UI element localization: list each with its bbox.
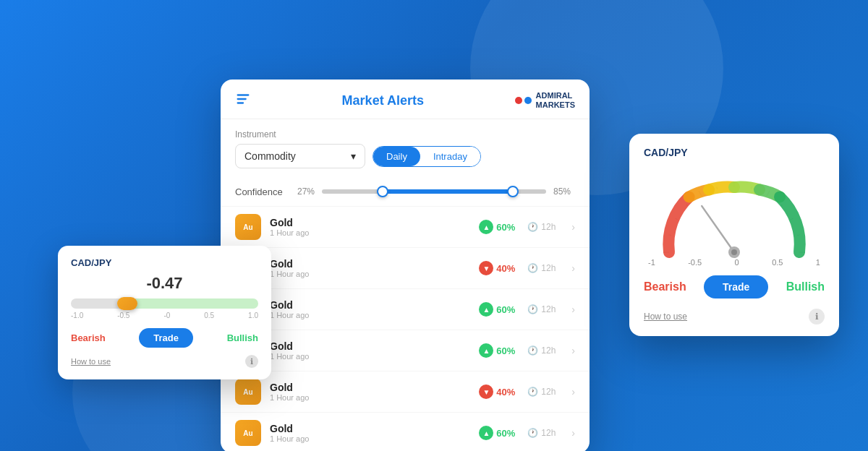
asset-badge: Au [235,420,261,446]
bearish-label: Bearish [71,332,106,343]
instrument-label: Instrument [235,129,575,139]
logo-dot-blue [524,97,532,104]
list-item[interactable]: Au Gold 1 Hour ago ▲ 60% 🕐 12h › [221,288,590,330]
gauge-center-inner [731,249,737,255]
asset-name: Gold [270,258,470,270]
clock-icon: 🕐 [527,387,538,397]
mini-gauge-thumb [117,297,137,310]
mini-gauge-bar [71,298,258,309]
confidence-slider[interactable] [322,184,546,199]
small-card-value: -0.47 [71,274,258,293]
gauge-container [644,166,825,259]
large-card-title: CAD/JPY [644,147,825,158]
time-badge: 🕐 12h [527,345,560,356]
signal-badge-down: ▼ 40% [479,261,519,275]
chevron-right-icon: › [571,221,575,233]
mini-scale: -1.0 -0.5 -0 0.5 1.0 [71,312,258,319]
small-card-title: CAD/JPY [71,257,258,268]
signal-icon-up: ▲ [479,302,493,317]
asset-name: Gold [270,423,470,434]
trade-button[interactable]: Trade [139,328,193,348]
asset-info: Gold 1 Hour ago [270,382,470,402]
logo-dot-red [515,97,522,104]
signal-badge-up: ▲ 60% [479,343,519,358]
list-item[interactable]: Au Gold 1 Hour ago ▼ 40% 🕐 12h › [221,247,590,288]
signal-badge-up: ▲ 60% [479,220,519,234]
market-alerts-panel: Market Alerts ADMIRAL MARKETS Instrument… [221,80,590,451]
scale-label: 1.0 [248,312,258,319]
clock-icon: 🕐 [527,345,538,356]
instrument-value: Commodity [244,150,296,162]
signal-icon-up: ▲ [479,343,493,358]
confidence-row: Confidence 27% 85% [235,184,575,199]
clock-icon: 🕐 [527,263,538,273]
how-to-use-link[interactable]: How to use [71,357,111,366]
confidence-label: Confidence [235,186,286,197]
signal-icon-down: ▼ [479,385,493,399]
info-button-lg[interactable]: ℹ [809,309,825,325]
slider-thumb-right[interactable] [507,186,519,197]
signal-icon-down: ▼ [479,261,493,275]
clock-icon: 🕐 [527,304,538,314]
chevron-right-icon: › [571,345,575,356]
asset-name: Gold [270,382,470,393]
large-cad-jpy-card: CAD/JPY [629,134,839,336]
gauge-needle [702,206,734,252]
panel-controls: Instrument Commodity ▾ Daily Intraday [221,119,590,184]
list-item[interactable]: Au Gold 1 Hour ago ▲ 60% 🕐 12h › [221,330,590,371]
asset-badge: Au [235,379,261,405]
asset-info: Gold 1 Hour ago [270,340,470,361]
bearish-label-lg: Bearish [644,280,686,293]
bullish-label-lg: Bullish [786,280,825,293]
filter-icon[interactable] [235,91,251,110]
bullish-label: Bullish [227,332,258,343]
asset-time: 1 Hour ago [270,311,470,319]
asset-name: Gold [270,340,470,352]
panel-header: Market Alerts ADMIRAL MARKETS [221,80,590,119]
signal-icon-up: ▲ [479,426,493,440]
scale-label: -0.5 [117,312,129,319]
time-badge: 🕐 12h [527,304,560,314]
admiral-dots [515,97,532,104]
svg-line-16 [702,206,734,252]
tab-intraday[interactable]: Intraday [420,147,480,166]
slider-thumb-left[interactable] [377,186,388,197]
asset-info: Gold 1 Hour ago [270,299,470,319]
gauge-svg [647,166,821,259]
large-card-actions: Bearish Trade Bullish [644,275,825,298]
asset-time: 1 Hour ago [270,228,470,237]
asset-time: 1 Hour ago [270,270,470,278]
time-badge: 🕐 12h [527,263,560,273]
how-to-use-link-lg[interactable]: How to use [644,312,687,322]
list-item[interactable]: Au Gold 1 Hour ago ▼ 40% 🕐 12h › [221,371,590,412]
time-badge: 🕐 12h [527,387,560,397]
small-card-footer: How to use ℹ [71,355,258,368]
asset-badge: Au [235,214,261,240]
instrument-select[interactable]: Commodity ▾ [235,144,365,168]
asset-info: Gold 1 Hour ago [270,423,470,443]
chevron-right-icon: › [571,262,575,274]
panel-title: Market Alerts [342,93,424,108]
trade-button-lg[interactable]: Trade [704,275,768,298]
tab-daily[interactable]: Daily [373,147,420,166]
scale-label: 0.5 [204,312,214,319]
confidence-section: Confidence 27% 85% [221,184,590,206]
chevron-right-icon: › [571,427,575,439]
asset-info: Gold 1 Hour ago [270,217,470,237]
list-item[interactable]: Au Gold 1 Hour ago ▲ 60% 🕐 12h › [221,206,590,247]
instrument-row: Commodity ▾ Daily Intraday [235,144,575,168]
list-item[interactable]: Au Gold 1 Hour ago ▲ 60% 🕐 12h › [221,412,590,451]
time-badge: 🕐 12h [527,428,560,438]
asset-time: 1 Hour ago [270,352,470,361]
alert-list: Au Gold 1 Hour ago ▲ 60% 🕐 12h › Au Gold… [221,206,590,451]
info-button[interactable]: ℹ [245,355,258,368]
large-card-footer: How to use ℹ [644,309,825,325]
signal-badge-up: ▲ 60% [479,426,519,440]
chevron-right-icon: › [571,304,575,315]
slider-track [322,189,546,194]
scale-label: -1.0 [71,312,83,319]
asset-time: 1 Hour ago [270,393,470,402]
signal-badge-up: ▲ 60% [479,302,519,317]
admiral-logo: ADMIRAL MARKETS [515,91,575,110]
small-card-actions: Bearish Trade Bullish [71,328,258,348]
